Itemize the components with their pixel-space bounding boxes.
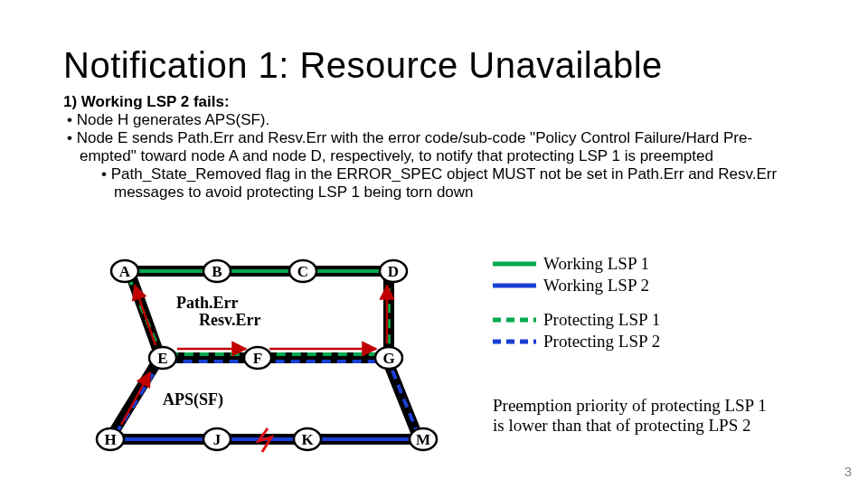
legend-working-lsp-2: Working LSP 2 <box>493 275 660 296</box>
legend-protecting-lsp-1: Protecting LSP 1 <box>493 309 660 331</box>
node-M: M <box>410 428 437 450</box>
priority-note: Preemption priority of protecting LSP 1 … <box>493 396 782 436</box>
node-K: K <box>294 428 321 450</box>
bullet-4: • Path_State_Removed flag in the ERROR_S… <box>114 165 805 202</box>
bullet-list: 1) Working LSP 2 fails: • Node H generat… <box>63 93 805 202</box>
annotation-path-err: Path.Err <box>176 294 238 313</box>
svg-text:G: G <box>382 350 394 367</box>
legend-working-lsp-1: Working LSP 1 <box>493 253 660 275</box>
svg-text:F: F <box>253 350 262 367</box>
node-B: B <box>203 260 231 282</box>
svg-text:E: E <box>157 350 167 367</box>
svg-text:J: J <box>213 431 222 448</box>
node-A: A <box>111 260 138 282</box>
svg-text:B: B <box>212 263 222 280</box>
bullet-3: • Node E sends Path.Err and Resv.Err wit… <box>80 129 805 165</box>
page-title: Notification 1: Resource Unavailable <box>63 45 663 86</box>
node-F: F <box>244 347 271 369</box>
network-diagram: A B C D E F G H J K M <box>90 251 452 459</box>
svg-text:D: D <box>388 263 399 280</box>
svg-line-14 <box>135 286 156 345</box>
bullet-2: • Node H generates APS(SF). <box>80 111 805 129</box>
annotation-resv-err: Resv.Err <box>199 311 260 330</box>
node-D: D <box>380 260 407 282</box>
svg-text:H: H <box>104 431 116 448</box>
svg-text:K: K <box>301 431 314 448</box>
node-J: J <box>203 428 231 450</box>
node-E: E <box>149 347 176 369</box>
node-G: G <box>375 347 402 369</box>
slide-number: 3 <box>844 464 852 479</box>
node-H: H <box>97 428 124 450</box>
annotation-aps-sf: APS(SF) <box>163 390 223 409</box>
svg-text:C: C <box>297 263 308 280</box>
svg-line-18 <box>121 372 150 425</box>
svg-text:A: A <box>119 263 131 280</box>
node-C: C <box>289 260 316 282</box>
legend: Working LSP 1 Working LSP 2 Protecting L… <box>493 253 660 352</box>
legend-protecting-lsp-2: Protecting LSP 2 <box>493 331 660 352</box>
svg-text:M: M <box>416 431 430 448</box>
bullet-1: 1) Working LSP 2 fails: <box>63 93 805 111</box>
